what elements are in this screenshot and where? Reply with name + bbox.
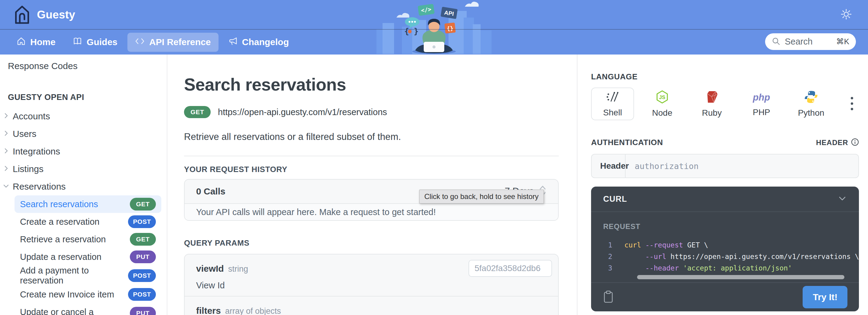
try-it-panel: LANGUAGE Shell JS — [577, 55, 868, 315]
book-icon — [73, 37, 82, 48]
lang-python[interactable]: Python — [789, 88, 833, 120]
param-type: string — [228, 264, 248, 274]
sidebar: Response Codes GUESTY OPEN API Accounts … — [0, 55, 167, 315]
param-type: array of objects — [225, 307, 281, 315]
method-badge: GET — [130, 198, 156, 210]
sidebar-endpoint-update-cancel-payment[interactable]: Update or cancel a payment for reservati… — [14, 303, 161, 315]
chevron-right-icon — [2, 165, 10, 173]
sidebar-section-title: GUESTY OPEN API — [0, 93, 167, 102]
sidebar-endpoint-search-reservations[interactable]: Search reservations GET — [14, 195, 161, 213]
endpoint-line: GET https://open-api.guesty.com/v1/reser… — [184, 106, 559, 118]
authentication-heading: AUTHENTICATION — [591, 138, 663, 147]
endpoint-description: Retrieve all reservations or a filtered … — [184, 132, 559, 142]
lang-shell[interactable]: Shell — [591, 88, 634, 120]
language-heading: LANGUAGE — [591, 72, 859, 82]
chevron-right-icon — [2, 147, 10, 156]
language-selector: Shell JS Node Ruby — [591, 88, 859, 120]
copy-clipboard-icon[interactable] — [602, 290, 614, 304]
auth-scheme: HEADER — [816, 138, 859, 147]
nav-home[interactable]: Home — [9, 32, 63, 52]
sidebar-endpoint-create-reservation[interactable]: Create a reservation POST — [14, 213, 161, 230]
chevron-right-icon — [2, 112, 10, 120]
sidebar-endpoint-update-reservation[interactable]: Update a reservation PUT — [14, 248, 161, 266]
divider — [184, 156, 559, 156]
brand-name: Guesty — [37, 8, 75, 21]
theme-toggle-sun-icon[interactable] — [840, 8, 852, 21]
sidebar-endpoint-add-payment[interactable]: Add a payment to reservation POST — [14, 266, 161, 286]
lang-php[interactable]: php PHP — [740, 88, 783, 120]
param-name: viewId — [196, 263, 224, 274]
python-icon — [804, 90, 818, 105]
sidebar-endpoint-retrieve-reservation[interactable]: Retrieve a reservation GET — [14, 230, 161, 248]
method-badge: GET — [130, 233, 156, 246]
shell-icon — [606, 90, 620, 105]
svg-text:JS: JS — [659, 94, 665, 100]
request-history-card: 0 Calls 7 Days Your API calls will appea… — [184, 179, 559, 221]
param-description: View Id — [196, 281, 547, 290]
request-label: REQUEST — [603, 222, 859, 231]
search-icon — [772, 37, 780, 47]
sidebar-item-response-codes[interactable]: Response Codes — [0, 58, 167, 74]
sidebar-endpoint-create-invoice-item[interactable]: Create new Invoice item POST — [14, 286, 161, 303]
main-content: Search reservations GET https://open-api… — [167, 55, 577, 315]
home-icon — [17, 37, 26, 48]
sidebar-group-integrations[interactable]: Integrations — [0, 143, 167, 160]
guesty-logo-icon — [13, 4, 31, 25]
method-badge: GET — [184, 106, 211, 118]
php-icon: php — [753, 91, 770, 105]
info-icon[interactable] — [851, 138, 859, 147]
viewid-input[interactable] — [468, 260, 552, 277]
code-line: 3 --header 'accept: application/json' — [603, 262, 859, 274]
request-history-heading: YOUR REQUEST HISTORY — [184, 165, 559, 174]
chevron-right-icon — [2, 130, 10, 138]
more-languages-ellipsis-icon[interactable] — [847, 95, 857, 113]
method-badge: PUT — [130, 307, 156, 315]
collapse-chevron-icon[interactable] — [838, 195, 847, 203]
code-block: 1 curl --request GET \ 2 --url https://o… — [603, 239, 859, 274]
method-badge: PUT — [130, 251, 156, 263]
calls-count: 0 Calls — [196, 186, 225, 197]
sidebar-group-reservations[interactable]: Reservations — [0, 178, 167, 195]
sidebar-group-users[interactable]: Users — [0, 125, 167, 143]
search-input[interactable]: Search ⌘K — [765, 33, 856, 50]
search-shortcut: ⌘K — [836, 37, 849, 46]
history-empty-message: Your API calls will appear here. Make a … — [185, 203, 558, 220]
ruby-icon — [705, 90, 719, 105]
nav-api-reference[interactable]: API Reference — [127, 33, 218, 52]
method-badge: POST — [128, 216, 156, 228]
auth-field-label: Header — [592, 154, 626, 177]
method-badge: POST — [128, 288, 156, 301]
endpoint-url: https://open-api.guesty.com/v1/reservati… — [218, 107, 387, 117]
code-brackets-icon — [135, 37, 145, 48]
query-params-heading: QUERY PARAMS — [184, 238, 559, 248]
sidebar-group-listings[interactable]: Listings — [0, 160, 167, 178]
code-sample-panel: CURL REQUEST 1 curl --request GET \ 2 --… — [591, 187, 859, 311]
history-tooltip: Click to go back, hold to see history — [419, 190, 544, 204]
search-placeholder: Search — [785, 37, 813, 47]
code-line: 2 --url https://open-api.guesty.com/v1/r… — [603, 251, 859, 262]
code-line: 1 curl --request GET \ — [603, 239, 859, 251]
param-row-filters: filtersarray of objects — [185, 296, 558, 315]
nav-guides[interactable]: Guides — [65, 32, 125, 52]
lang-node[interactable]: JS Node — [641, 88, 684, 120]
nodejs-icon: JS — [655, 90, 669, 105]
sidebar-group-accounts[interactable]: Accounts — [0, 108, 167, 125]
horizontal-scrollbar[interactable] — [637, 275, 844, 279]
brand[interactable]: Guesty — [13, 4, 75, 25]
lang-ruby[interactable]: Ruby — [690, 88, 733, 120]
megaphone-icon — [228, 37, 238, 48]
nav-changelog[interactable]: Changelog — [221, 32, 297, 52]
method-badge: POST — [128, 269, 156, 282]
try-it-button[interactable]: Try It! — [803, 286, 847, 308]
chevron-down-icon — [2, 182, 10, 191]
param-name: filters — [196, 306, 221, 315]
code-language-title: CURL — [603, 195, 627, 204]
endpoint-list: Search reservations GET Create a reserva… — [0, 195, 167, 315]
main-nav: Home Guides API Reference — [0, 30, 868, 55]
param-row-viewid: viewIdstring View Id — [185, 254, 558, 296]
authorization-input[interactable] — [626, 154, 858, 177]
site-header: Guesty Home — [0, 0, 868, 55]
query-params-card: viewIdstring View Id filtersarray of obj… — [184, 254, 559, 315]
page-title: Search reservations — [184, 75, 559, 94]
auth-input-group: Header — [591, 154, 859, 178]
